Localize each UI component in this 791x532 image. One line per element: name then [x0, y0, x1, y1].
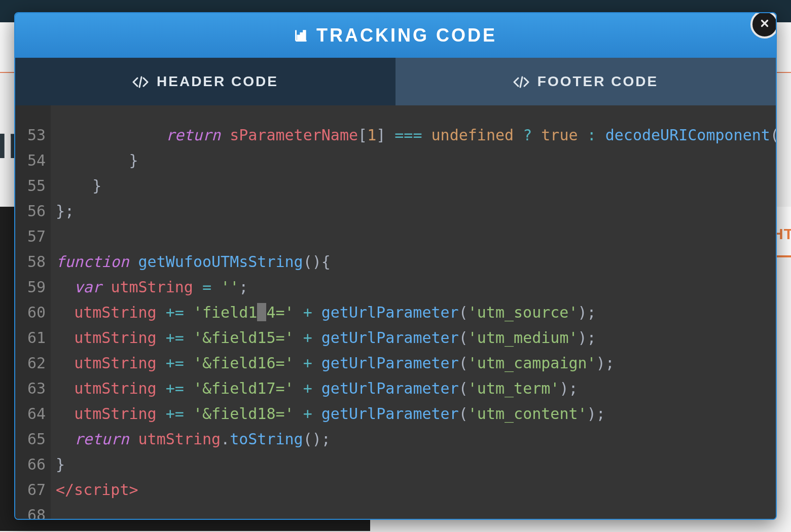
line-number-gutter: 53545556575859606162636465666768 [15, 105, 51, 519]
chart-icon [294, 28, 308, 43]
code-line[interactable]: } [56, 452, 776, 477]
code-icon [513, 75, 529, 88]
code-line[interactable]: </script> [56, 477, 776, 503]
line-number: 65 [15, 427, 46, 452]
code-icon [132, 75, 149, 88]
code-line[interactable]: if (sParameterName[0] === sParam) { [56, 105, 776, 110]
line-number: 62 [15, 351, 46, 376]
line-number: 66 [15, 452, 46, 477]
line-number: 68 [15, 503, 46, 519]
tab-header-code[interactable]: HEADER CODE [15, 58, 396, 105]
modal-title: TRACKING CODE [316, 25, 497, 46]
code-line[interactable]: function getWufooUTMsString(){ [56, 249, 776, 275]
code-content[interactable]: if (sParameterName[0] === sParam) { retu… [51, 105, 776, 519]
code-line[interactable] [56, 224, 776, 249]
code-editor[interactable]: 53545556575859606162636465666768 if (sPa… [15, 105, 776, 519]
code-line[interactable]: } [56, 173, 776, 199]
svg-line-6 [520, 77, 522, 87]
line-number: 60 [15, 300, 46, 325]
code-line[interactable]: utmString += '&field16=' + getUrlParamet… [56, 351, 776, 376]
tab-header-label: HEADER CODE [157, 73, 278, 90]
tab-footer-code[interactable]: FOOTER CODE [396, 58, 776, 105]
code-line[interactable]: var utmString = ''; [56, 275, 776, 300]
line-number: 57 [15, 224, 46, 249]
line-number: 63 [15, 376, 46, 401]
code-line[interactable]: utmString += '&field17=' + getUrlParamet… [56, 376, 776, 401]
close-icon [759, 18, 770, 31]
svg-rect-2 [298, 35, 300, 41]
line-number: 67 [15, 477, 46, 503]
line-number [15, 109, 46, 123]
code-line[interactable]: utmString += '&field15=' + getUrlParamet… [56, 325, 776, 351]
code-line[interactable]: return utmString.toString(); [56, 427, 776, 452]
code-line[interactable] [56, 503, 776, 519]
line-number: 64 [15, 401, 46, 427]
line-number: 58 [15, 249, 46, 275]
code-line[interactable]: return sParameterName[1] === undefined ?… [56, 123, 776, 148]
modal-header: TRACKING CODE [15, 13, 776, 58]
line-number: 53 [15, 123, 46, 148]
svg-rect-4 [304, 31, 306, 41]
code-line[interactable]: utmString += '&field18=' + getUrlParamet… [56, 401, 776, 427]
line-number: 55 [15, 173, 46, 199]
line-number: 54 [15, 148, 46, 173]
line-number: 59 [15, 275, 46, 300]
line-number: 56 [15, 199, 46, 224]
text-cursor [257, 303, 266, 321]
code-line[interactable]: } [56, 148, 776, 173]
code-line[interactable]: utmString += 'field14=' + getUrlParamete… [56, 300, 776, 325]
close-button[interactable] [750, 12, 777, 39]
svg-rect-3 [301, 33, 303, 41]
code-line[interactable]: }; [56, 199, 776, 224]
tracking-code-modal: TRACKING CODE HEADER CODE FOOTER CODE 53… [14, 12, 777, 520]
line-number: 61 [15, 325, 46, 351]
svg-line-5 [139, 77, 141, 87]
tabs: HEADER CODE FOOTER CODE [15, 58, 776, 105]
tab-footer-label: FOOTER CODE [537, 73, 658, 90]
